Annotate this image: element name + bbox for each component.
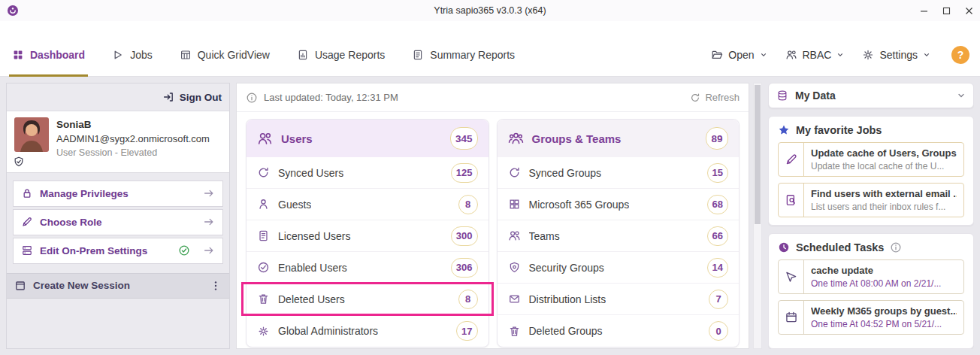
close-button[interactable] (957, 0, 980, 21)
edit-onprem-settings-button[interactable]: Edit On-Prem Settings (13, 238, 223, 264)
usage-reports-icon (297, 49, 309, 61)
favorite-jobs-title: My favorite Jobs (796, 124, 882, 136)
stat-row-synced-groups[interactable]: Synced Groups 15 (498, 157, 740, 189)
favorite-job-item[interactable]: Find users with external email ... List … (778, 183, 964, 217)
card-title: Users (281, 132, 313, 145)
arrow-right-icon (203, 216, 215, 228)
card-count-badge: 89 (706, 127, 728, 150)
sign-out-icon (162, 91, 174, 103)
user-email: AADMIN1@sygx2.onmicrosoft.com (56, 132, 210, 147)
stat-row-teams[interactable]: Teams 66 (498, 220, 740, 252)
stat-row-m365-groups[interactable]: Microsoft 365 Groups 68 (498, 189, 740, 220)
card-title: Groups & Teams (532, 132, 622, 145)
chevron-down-icon (923, 51, 930, 59)
stat-count-badge: 17 (456, 321, 477, 341)
favorite-jobs-header: My favorite Jobs (778, 124, 964, 136)
sign-out-button[interactable]: Sign Out (162, 91, 222, 103)
stat-row-global-administrators[interactable]: Global Administrators 17 (247, 315, 488, 347)
tab-summary-reports[interactable]: Summary Reports (412, 33, 515, 77)
stat-row-deleted-groups[interactable]: Deleted Groups 0 (498, 315, 740, 347)
settings-menu[interactable]: Settings (862, 49, 930, 61)
tab-dashboard[interactable]: Dashboard (12, 33, 85, 77)
tab-jobs[interactable]: Jobs (112, 33, 153, 77)
job-title: Find users with external email ... (811, 188, 957, 199)
stat-row-licensed-users[interactable]: Licensed Users 300 (247, 220, 488, 252)
content-area: Sign Out SoniaB AADMIN1@sygx2.onmicrosof… (0, 77, 980, 355)
stat-label: Synced Groups (529, 167, 602, 179)
stat-row-deleted-users[interactable]: Deleted Users 8 (247, 284, 488, 315)
stat-row-synced-users[interactable]: Synced Users 125 (247, 157, 488, 189)
tab-label: Usage Reports (315, 49, 385, 61)
stat-row-security-groups[interactable]: Security Groups 14 (498, 252, 740, 284)
info-icon[interactable] (890, 241, 902, 253)
task-title: cache update (811, 265, 941, 276)
chevron-down-icon (836, 51, 844, 59)
jobs-icon (112, 49, 124, 61)
tab-label: Dashboard (30, 49, 85, 61)
toolbar: Dashboard Jobs Quick GridView Usage Repo… (0, 21, 980, 77)
action-label: Choose Role (40, 217, 102, 228)
scheduled-tasks-card: Scheduled Tasks cache update One time At… (768, 233, 974, 349)
menu-label: Open (728, 49, 754, 61)
create-new-session-button[interactable]: Create New Session (7, 273, 229, 299)
scrollbar-thumb[interactable] (755, 85, 761, 224)
info-icon (246, 92, 258, 104)
app-window: Ytria sapio365 v3.0.3 (x64) Dashboard (0, 0, 980, 355)
chevron-down-icon (760, 51, 767, 59)
title-bar: Ytria sapio365 v3.0.3 (x64) (0, 0, 980, 21)
stat-label: Deleted Users (278, 293, 345, 305)
rbac-people-icon (785, 49, 797, 61)
chevron-down-icon (957, 91, 966, 100)
stat-row-distribution-lists[interactable]: Distribution Lists 7 (498, 284, 740, 315)
create-session-label: Create New Session (33, 280, 130, 291)
stat-count-badge: 66 (707, 226, 728, 246)
dashboard-header: Last updated: Today, 12:31 PM Refresh (237, 83, 749, 112)
help-button[interactable]: ? (951, 46, 969, 64)
job-subtitle: List users and their inbox rules f... (811, 202, 957, 212)
tab-quick-gridview[interactable]: Quick GridView (180, 33, 270, 77)
kebab-menu-icon[interactable] (210, 280, 222, 292)
manage-privileges-button[interactable]: Manage Privileges (13, 181, 223, 207)
action-label: Edit On-Prem Settings (40, 245, 147, 256)
toolbar-right: Open RBAC Settings (711, 33, 969, 77)
check-circle-green-icon (178, 244, 190, 256)
users-card-header[interactable]: Users 345 (247, 120, 488, 157)
tab-usage-reports[interactable]: Usage Reports (297, 33, 385, 77)
trash-icon (257, 293, 270, 305)
favorite-jobs-card: My favorite Jobs Update cache of Users, … (768, 116, 974, 226)
stat-label: Security Groups (529, 262, 604, 274)
open-menu[interactable]: Open (711, 49, 767, 61)
new-window-icon (14, 280, 26, 292)
groups-icon (508, 131, 524, 147)
stat-row-enabled-users[interactable]: Enabled Users 306 (247, 252, 488, 284)
tab-strip: Dashboard Jobs Quick GridView Usage Repo… (12, 33, 711, 76)
teams-people-icon (508, 229, 521, 242)
check-circle-icon (257, 261, 270, 274)
job-text: Update cache of Users, Groups... Update … (804, 143, 963, 176)
vertical-scrollbar[interactable] (753, 83, 762, 349)
maximize-button[interactable] (935, 0, 957, 21)
scheduled-task-item[interactable]: cache update One time At 08:00 AM on 2/2… (778, 259, 964, 294)
card-count-badge: 345 (450, 127, 478, 150)
menu-label: RBAC (803, 49, 832, 61)
scheduled-task-item[interactable]: Weekly M365 groups by guest... One time … (778, 300, 964, 335)
action-label: Manage Privileges (40, 188, 129, 199)
stat-label: Licensed Users (278, 230, 351, 242)
favorite-job-item[interactable]: Update cache of Users, Groups... Update … (778, 142, 964, 177)
rbac-menu[interactable]: RBAC (785, 49, 845, 61)
stat-row-guests[interactable]: Guests 8 (247, 189, 488, 220)
groups-card-header[interactable]: Groups & Teams 89 (498, 120, 740, 157)
stat-label: Guests (278, 199, 311, 211)
session-status: User Session - Elevated (56, 146, 210, 159)
job-subtitle: Update the local cache of the U... (811, 161, 957, 171)
dashboard-panel: Last updated: Today, 12:31 PM Refresh (236, 83, 749, 349)
my-data-header[interactable]: My Data (768, 83, 974, 108)
scheduled-tasks-title: Scheduled Tasks (796, 241, 884, 253)
sign-out-label: Sign Out (180, 92, 222, 103)
main-wrap: Last updated: Today, 12:31 PM Refresh (236, 83, 762, 349)
session-sidebar: Sign Out SoniaB AADMIN1@sygx2.onmicrosof… (6, 83, 230, 349)
choose-role-button[interactable]: Choose Role (13, 209, 223, 235)
window-controls (912, 0, 980, 21)
refresh-button[interactable]: Refresh (690, 92, 740, 103)
minimize-button[interactable] (912, 0, 935, 21)
